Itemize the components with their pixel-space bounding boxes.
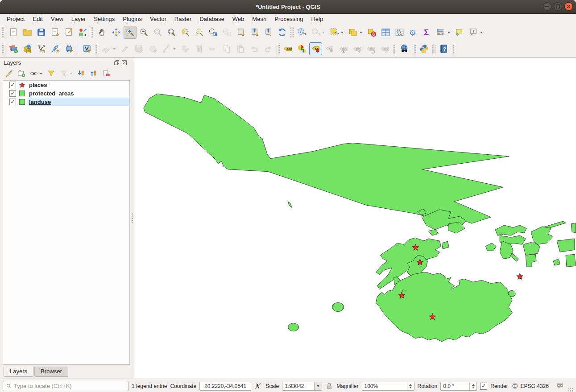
new-spatialite-layer-button[interactable]: [49, 42, 62, 55]
new-geopackage-layer-button[interactable]: [21, 42, 34, 55]
menu-project[interactable]: Project: [3, 14, 29, 24]
menu-view[interactable]: View: [47, 14, 67, 24]
remove-layer-button[interactable]: [100, 68, 112, 79]
panel-float-button[interactable]: [114, 60, 120, 66]
locate-search-input[interactable]: Type to locate (Ctrl+K): [3, 381, 128, 391]
new-bookmark-button[interactable]: [234, 26, 247, 39]
save-project-button[interactable]: [35, 26, 48, 39]
spinner-arrows[interactable]: [469, 382, 477, 390]
new-scratch-layer-button[interactable]: [62, 42, 75, 55]
identify-features-button[interactable]: i: [295, 26, 308, 39]
open-project-button[interactable]: [21, 26, 34, 39]
resize-grip[interactable]: [568, 388, 573, 392]
measure-button[interactable]: [435, 26, 452, 39]
layer-label[interactable]: places: [29, 82, 47, 88]
python-console-button[interactable]: [418, 42, 431, 55]
pan-map-button[interactable]: [96, 26, 109, 39]
layer-item-protected-areas[interactable]: ✓ protected_areas: [3, 89, 129, 98]
field-calculator-button[interactable]: [393, 26, 406, 39]
refresh-button[interactable]: [276, 26, 289, 39]
help-button[interactable]: ?: [437, 42, 450, 55]
layout-manager-button[interactable]: [62, 26, 75, 39]
tab-layers[interactable]: Layers: [4, 367, 33, 377]
scale-combo[interactable]: 1:93042: [282, 382, 322, 391]
new-virtual-layer-button[interactable]: [80, 42, 93, 55]
splitter-handle-icon: [132, 213, 133, 224]
map-themes-button[interactable]: [28, 68, 45, 79]
filter-legend-button[interactable]: [46, 68, 57, 79]
menu-processing[interactable]: Processing: [270, 14, 307, 24]
layer-visibility-checkbox[interactable]: ✓: [9, 82, 16, 88]
zoom-in-button[interactable]: [124, 26, 137, 39]
zoom-to-selection-button[interactable]: [179, 26, 192, 39]
title-bar: *Untitled Project - QGIS: [0, 0, 576, 14]
collapse-all-button[interactable]: [88, 68, 99, 79]
svg-text:?: ?: [443, 46, 446, 52]
scale-lock-button[interactable]: [325, 382, 333, 390]
select-by-value-button[interactable]: [347, 26, 365, 39]
menu-edit[interactable]: Edit: [29, 14, 46, 24]
menu-plugins[interactable]: Plugins: [119, 14, 146, 24]
zoom-full-button[interactable]: [165, 26, 178, 39]
panel-close-button[interactable]: [121, 60, 127, 66]
menu-database[interactable]: Database: [195, 14, 228, 24]
tab-browser[interactable]: Browser: [34, 367, 68, 377]
messages-button[interactable]: [556, 382, 564, 390]
options-button[interactable]: ⚙: [407, 26, 420, 39]
menu-vector[interactable]: Vector: [146, 14, 170, 24]
layer-item-places[interactable]: ✓ places: [3, 81, 129, 89]
menu-settings[interactable]: Settings: [90, 14, 119, 24]
poly-swatch-icon: [19, 99, 25, 105]
style-manager-button[interactable]: a: [76, 26, 89, 39]
metasearch-button[interactable]: [398, 42, 411, 55]
layer-label[interactable]: landuse: [29, 99, 51, 105]
map-canvas[interactable]: [134, 58, 576, 379]
layer-styling-button[interactable]: [3, 68, 15, 79]
bookmark-star-icon: [236, 27, 246, 37]
coordinate-input[interactable]: 20.2220,-34.0541: [199, 382, 251, 391]
maximize-button[interactable]: [554, 2, 562, 11]
layer-label[interactable]: protected_areas: [29, 90, 74, 97]
deselect-features-button[interactable]: [365, 26, 378, 39]
select-features-button[interactable]: [328, 26, 346, 39]
magnifier-spinner[interactable]: 100%: [362, 382, 414, 391]
rotation-spinner[interactable]: 0.0 °: [440, 382, 477, 391]
statistical-summary-button[interactable]: Σ: [421, 26, 434, 39]
bookmark-manager-button[interactable]: [248, 26, 261, 39]
new-shapefile-layer-button[interactable]: [35, 42, 48, 55]
layer-labeling-button[interactable]: abc: [282, 42, 294, 55]
dropdown-arrow-icon: [40, 73, 42, 74]
add-group-button[interactable]: [16, 68, 27, 79]
pan-to-selection-button[interactable]: [110, 26, 123, 39]
layer-diagram-button[interactable]: [295, 42, 308, 55]
zoom-to-layer-button[interactable]: [193, 26, 206, 39]
menu-layer[interactable]: Layer: [67, 14, 90, 24]
spinner-arrows[interactable]: [407, 382, 414, 390]
layer-visibility-checkbox[interactable]: ✓: [9, 90, 16, 97]
open-attribute-table-button[interactable]: [379, 26, 392, 39]
mag-selection-icon: [180, 27, 191, 37]
layer-item-landuse[interactable]: ✓ landuse: [3, 98, 129, 106]
new-print-layout-button[interactable]: [49, 26, 62, 39]
expand-all-button[interactable]: [75, 68, 87, 79]
zoom-last-button[interactable]: [207, 26, 220, 39]
zoom-out-button[interactable]: [137, 26, 150, 39]
menu-raster[interactable]: Raster: [170, 14, 195, 24]
new-project-button[interactable]: [7, 26, 20, 39]
panel-splitter[interactable]: [131, 58, 134, 379]
layer-visibility-checkbox[interactable]: ✓: [9, 99, 16, 105]
menu-help[interactable]: Help: [307, 14, 327, 24]
text-annotation-button[interactable]: T: [467, 26, 485, 39]
data-source-manager-button[interactable]: [7, 42, 20, 55]
crs-status-button[interactable]: EPSG:4326: [511, 382, 549, 390]
extents-toggle-button[interactable]: [254, 382, 262, 390]
render-checkbox[interactable]: ✓: [480, 383, 487, 390]
show-bookmarks-button[interactable]: [262, 26, 275, 39]
map-tips-button[interactable]: [453, 26, 466, 39]
pin-labels-button[interactable]: ab: [309, 42, 322, 55]
minimize-button[interactable]: [543, 2, 551, 11]
menu-web[interactable]: Web: [228, 14, 249, 24]
close-button[interactable]: [564, 2, 573, 11]
menu-mesh[interactable]: Mesh: [248, 14, 270, 24]
scale-dropdown-button[interactable]: [314, 382, 322, 390]
